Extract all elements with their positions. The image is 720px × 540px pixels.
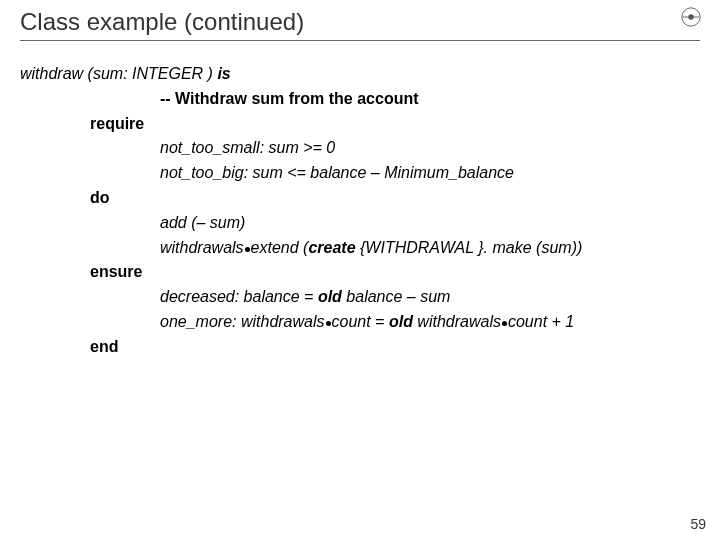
code-block: withdraw (sum: INTEGER ) is -- Withdraw … (20, 62, 700, 360)
keyword-end: end (90, 338, 118, 355)
code-line-end: end (20, 335, 700, 360)
code-line-signature: withdraw (sum: INTEGER ) is (20, 62, 700, 87)
code-line-require: require (20, 112, 700, 137)
title-rule (20, 40, 700, 41)
code-line-ensure: ensure (20, 260, 700, 285)
method-name: withdraw (20, 65, 83, 82)
code-line-comment: -- Withdraw sum from the account (20, 87, 700, 112)
code-line-do: do (20, 186, 700, 211)
dot-icon (326, 321, 331, 326)
eth-logo-icon (680, 6, 702, 28)
keyword-ensure: ensure (90, 263, 142, 280)
keyword-require: require (90, 115, 144, 132)
keyword-do: do (90, 189, 110, 206)
keyword-old: old (389, 313, 413, 330)
page-title: Class example (continued) (20, 8, 700, 36)
keyword-is: is (217, 65, 230, 82)
code-line-precond-2: not_too_big: sum <= balance – Minimum_ba… (20, 161, 700, 186)
dot-icon (502, 321, 507, 326)
code-line-postcond-1: decreased: balance = old balance – sum (20, 285, 700, 310)
page-number: 59 (690, 516, 706, 532)
keyword-create: create (308, 239, 355, 256)
code-line-postcond-2: one_more: withdrawalscount = old withdra… (20, 310, 700, 335)
code-line-precond-1: not_too_small: sum >= 0 (20, 136, 700, 161)
code-line-body-1: add (– sum) (20, 211, 700, 236)
slide: Class example (continued) withdraw (sum:… (0, 0, 720, 540)
title-bar: Class example (continued) (20, 8, 700, 41)
code-line-body-2: withdrawalsextend (create {WITHDRAWAL }.… (20, 236, 700, 261)
keyword-old: old (318, 288, 342, 305)
dot-icon (245, 247, 250, 252)
